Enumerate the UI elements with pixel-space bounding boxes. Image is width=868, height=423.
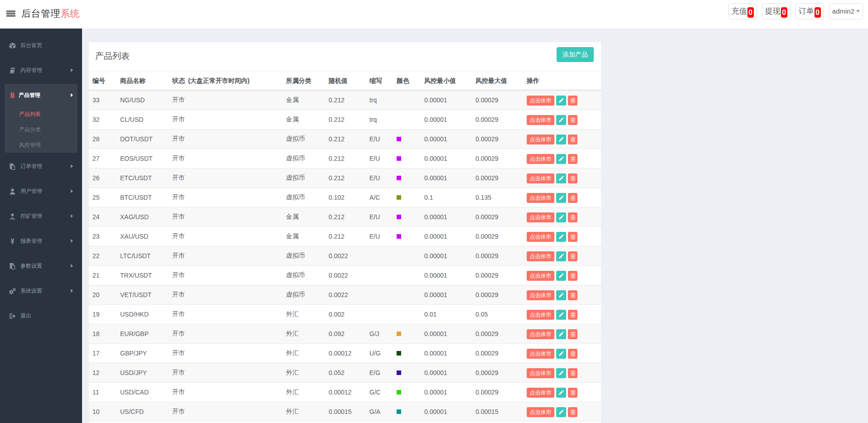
svg-text:B: B bbox=[10, 92, 15, 99]
